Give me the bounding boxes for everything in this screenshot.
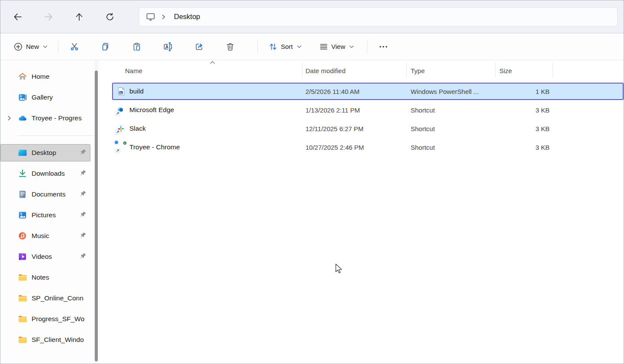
file-name: Slack xyxy=(129,125,146,132)
sidebar-item-label: Notes xyxy=(32,274,49,281)
explorer-content: Home Gallery Troyee - Progres xyxy=(0,60,624,364)
shortcut-arrow-icon xyxy=(116,111,120,116)
powershell-file-icon xyxy=(116,87,126,96)
file-size: 3 KB xyxy=(496,144,554,151)
sidebar-item-documents[interactable]: Documents xyxy=(0,186,90,203)
sidebar-item-downloads[interactable]: Downloads xyxy=(0,165,90,182)
file-date-modified: 1/13/2026 2:11 PM xyxy=(303,106,407,114)
documents-icon xyxy=(17,189,28,200)
sidebar-item-sf-client-windo[interactable]: SF_Client_Windo xyxy=(0,331,90,348)
plus-circle-icon xyxy=(13,42,23,52)
sidebar-item-notes[interactable]: Notes xyxy=(0,269,90,286)
sidebar-item-progress-sf-wo[interactable]: Progress_SF_Wo xyxy=(0,310,90,328)
column-header-name[interactable]: Name xyxy=(104,60,302,81)
share-button[interactable] xyxy=(189,38,209,55)
sidebar-item-label: Home xyxy=(32,73,49,81)
file-type: Windows PowerShell ... xyxy=(407,88,496,95)
address-bar[interactable]: Desktop xyxy=(139,7,618,26)
forward-button[interactable] xyxy=(39,8,58,26)
videos-icon xyxy=(17,251,28,262)
up-button[interactable] xyxy=(70,8,89,26)
file-size: 3 KB xyxy=(496,106,554,114)
pin-icon xyxy=(80,253,87,261)
view-list-icon xyxy=(319,42,328,52)
delete-button[interactable] xyxy=(220,38,240,55)
pin-icon xyxy=(80,190,87,199)
back-arrow-icon xyxy=(13,12,23,22)
sidebar-item-label: Videos xyxy=(32,253,52,261)
sort-button[interactable]: Sort xyxy=(264,38,306,55)
copy-button[interactable] xyxy=(96,38,116,55)
chevron-down-icon xyxy=(297,45,302,48)
file-date-modified: 12/11/2025 6:27 PM xyxy=(303,125,407,132)
forward-arrow-icon xyxy=(44,12,53,22)
file-row-troyee-chrome[interactable]: Troyee - Chrome 10/27/2025 2:46 PM Short… xyxy=(112,139,624,156)
toolbar-separator xyxy=(58,40,58,53)
pictures-icon xyxy=(17,210,28,220)
new-button[interactable]: New xyxy=(9,38,52,55)
music-icon xyxy=(17,231,28,241)
slack-shortcut-icon xyxy=(116,124,126,133)
file-row-microsoft-edge[interactable]: Microsoft Edge 1/13/2026 2:11 PM Shortcu… xyxy=(112,101,624,119)
sidebar-item-label: Pictures xyxy=(32,211,56,219)
view-button-label: View xyxy=(331,43,345,50)
sidebar-item-desktop[interactable]: Desktop xyxy=(0,144,90,161)
sidebar-item-label: Troyee - Progres xyxy=(32,114,82,122)
file-explorer-window: Desktop New Sort xyxy=(0,0,624,364)
sidebar-item-music[interactable]: Music xyxy=(0,227,90,245)
share-icon xyxy=(194,42,204,52)
edge-shortcut-icon xyxy=(116,105,126,115)
column-headers: Name Date modified Type Size xyxy=(104,60,624,81)
sidebar-item-home[interactable]: Home xyxy=(0,68,90,85)
column-header-date-modified[interactable]: Date modified xyxy=(302,60,406,81)
profile-badge xyxy=(123,141,127,145)
expand-chevron-icon[interactable] xyxy=(6,115,12,121)
column-header-size[interactable]: Size xyxy=(495,60,553,81)
file-row-build[interactable]: build 2/5/2026 11:40 AM Windows PowerShe… xyxy=(112,83,624,100)
new-button-label: New xyxy=(26,43,39,50)
copy-icon xyxy=(101,42,110,52)
file-type: Shortcut xyxy=(407,144,496,151)
shortcut-arrow-icon xyxy=(116,130,120,134)
desktop-icon xyxy=(17,148,28,158)
gallery-icon xyxy=(17,92,28,103)
toolbar-separator xyxy=(257,40,258,53)
file-date-modified: 10/27/2025 2:46 PM xyxy=(303,144,407,151)
sidebar-item-videos[interactable]: Videos xyxy=(0,248,90,265)
sidebar-item-label: Desktop xyxy=(32,149,56,157)
column-header-type[interactable]: Type xyxy=(406,60,495,81)
sidebar-item-pictures[interactable]: Pictures xyxy=(0,206,90,224)
refresh-button[interactable] xyxy=(100,8,119,26)
sort-icon xyxy=(268,42,278,52)
sidebar-item-sp-online-conn[interactable]: SP_Online_Conn xyxy=(0,290,90,307)
up-arrow-icon xyxy=(74,12,84,22)
navigation-pane: Home Gallery Troyee - Progres xyxy=(0,60,101,364)
chrome-shortcut-icon xyxy=(116,142,126,152)
back-button[interactable] xyxy=(8,8,27,26)
file-name: Microsoft Edge xyxy=(129,106,174,114)
sort-button-label: Sort xyxy=(281,43,293,50)
file-date-modified: 2/5/2026 11:40 AM xyxy=(303,88,407,95)
cut-button[interactable] xyxy=(64,38,84,55)
file-type: Shortcut xyxy=(407,106,496,114)
paste-button[interactable] xyxy=(127,38,147,55)
sidebar-scrollbar-thumb[interactable] xyxy=(95,71,98,361)
sidebar-item-label: Documents xyxy=(32,190,65,198)
sidebar-item-onedrive[interactable]: Troyee - Progres xyxy=(0,110,90,127)
file-list-pane: Name Date modified Type Size build 2/5/2… xyxy=(101,60,624,364)
file-row-slack[interactable]: Slack 12/11/2025 6:27 PM Shortcut 3 KB xyxy=(112,120,624,137)
this-pc-icon xyxy=(145,12,156,22)
breadcrumb-location[interactable]: Desktop xyxy=(174,13,200,21)
file-name: Troyee - Chrome xyxy=(129,143,180,151)
sidebar-item-gallery[interactable]: Gallery xyxy=(0,89,90,106)
sidebar-item-label: Progress_SF_Wo xyxy=(32,315,84,323)
home-icon xyxy=(17,71,28,82)
file-rows: build 2/5/2026 11:40 AM Windows PowerShe… xyxy=(112,81,624,156)
sidebar-item-label: Downloads xyxy=(32,170,65,177)
folder-icon xyxy=(17,293,28,303)
rename-button[interactable] xyxy=(158,38,178,55)
command-toolbar: New Sort View xyxy=(0,33,624,60)
view-button[interactable]: View xyxy=(315,38,358,55)
more-options-button[interactable] xyxy=(373,38,393,55)
refresh-icon xyxy=(105,12,115,22)
